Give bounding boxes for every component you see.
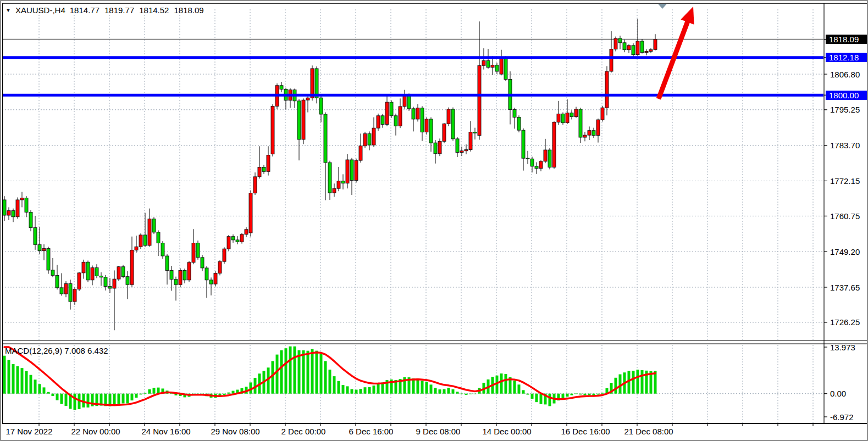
bull-candle-body	[73, 289, 76, 302]
bull-candle-body	[654, 40, 657, 50]
macd-histogram-bar	[47, 392, 50, 394]
bear-candle-body	[126, 277, 129, 285]
bull-candle-body	[271, 106, 274, 154]
object-anchor-triangle-icon[interactable]	[658, 4, 667, 9]
bull-candle-body	[447, 109, 450, 124]
bear-candle-body	[623, 43, 626, 50]
bear-candle-body	[201, 258, 204, 268]
macd-histogram-bar	[30, 375, 32, 394]
macd-histogram-bar	[505, 374, 507, 394]
bull-candle-body	[78, 273, 81, 289]
macd-histogram-bar	[272, 361, 274, 393]
macd-histogram-bar	[513, 381, 516, 394]
bear-candle-body	[183, 270, 186, 280]
bear-candle-body	[34, 227, 37, 244]
macd-histogram-bar	[452, 389, 455, 394]
bear-candle-body	[486, 60, 490, 67]
macd-histogram-bar	[289, 347, 292, 394]
bear-candle-body	[51, 270, 54, 276]
bull-candle-body	[588, 131, 591, 135]
bull-candle-body	[574, 109, 578, 116]
bear-candle-body	[421, 108, 424, 132]
time-axis-label: 16 Dec 16:00	[561, 427, 610, 436]
macd-histogram-bar	[360, 389, 362, 394]
bear-candle-body	[324, 114, 327, 163]
bull-candle-body	[223, 249, 226, 261]
bull-candle-body	[113, 279, 116, 288]
bear-candle-body	[3, 200, 6, 215]
trend-arrow-head[interactable]	[681, 7, 694, 25]
price-axis-label: 1772.15	[830, 176, 860, 186]
macd-histogram-bar	[113, 394, 116, 406]
price-axis-label: 1726.25	[830, 317, 860, 327]
bear-candle-body	[341, 181, 345, 183]
bear-candle-body	[157, 232, 160, 243]
macd-histogram-bar	[56, 394, 59, 400]
bull-candle-body	[425, 119, 428, 132]
bull-candle-body	[7, 211, 10, 215]
bear-candle-body	[69, 284, 72, 302]
macd-histogram-bar	[456, 392, 459, 393]
macd-histogram-bar	[153, 388, 156, 394]
bear-candle-body	[632, 46, 635, 55]
bull-candle-body	[245, 230, 248, 235]
chart-canvas[interactable]	[1, 1, 868, 441]
macd-histogram-bar	[500, 373, 503, 394]
macd-histogram-bar	[425, 382, 428, 394]
bull-candle-body	[306, 98, 309, 100]
bull-candle-body	[148, 219, 151, 245]
bull-candle-body	[460, 151, 463, 153]
macd-histogram-bar	[311, 349, 314, 394]
chevron-down-icon[interactable]: ▼	[5, 7, 11, 13]
macd-histogram-bar	[461, 394, 463, 394]
macd-histogram-bar	[148, 389, 151, 394]
bear-candle-body	[618, 38, 622, 43]
bear-candle-body	[412, 109, 415, 119]
bear-candle-body	[434, 143, 437, 154]
macd-histogram-bar	[16, 366, 19, 394]
macd-histogram-bar	[25, 371, 28, 394]
bear-candle-body	[328, 163, 331, 193]
bull-candle-body	[469, 132, 472, 149]
bull-candle-body	[359, 146, 362, 160]
bull-candle-body	[539, 161, 543, 169]
bull-candle-body	[20, 198, 24, 200]
ohlc-readout: 1814.771819.771814.521818.09	[70, 5, 209, 15]
macd-histogram-bar	[82, 394, 85, 407]
bear-candle-body	[350, 160, 353, 181]
bull-candle-body	[544, 150, 547, 161]
bull-candle-body	[227, 237, 230, 249]
bull-candle-body	[64, 284, 68, 294]
macd-histogram-bar	[122, 394, 125, 404]
macd-histogram-bar	[518, 384, 521, 394]
time-axis-label: 24 Nov 16:00	[141, 427, 190, 436]
macd-histogram-bar	[549, 394, 551, 406]
bull-candle-body	[214, 273, 217, 284]
macd-histogram-bar	[52, 394, 54, 396]
price-axis-label: 1795.25	[830, 105, 860, 114]
low-value: 1814.52	[139, 5, 169, 15]
price-axis-label: 1737.65	[830, 283, 860, 292]
bear-candle-body	[99, 276, 103, 277]
macd-histogram-bar	[522, 390, 525, 393]
bear-candle-body	[495, 65, 499, 71]
time-axis-label: 2 Dec 00:00	[281, 427, 326, 436]
bear-candle-body	[56, 275, 59, 287]
macd-histogram-bar	[38, 384, 41, 393]
bull-candle-body	[557, 114, 560, 122]
close-value: 1818.09	[174, 5, 203, 15]
macd-histogram-bar	[285, 348, 288, 394]
bear-candle-body	[152, 219, 156, 232]
macd-histogram-bar	[74, 394, 76, 410]
bull-candle-body	[187, 263, 191, 280]
macd-histogram-bar	[34, 379, 37, 393]
macd-histogram-bar	[465, 394, 468, 395]
macd-histogram-bar	[324, 361, 327, 393]
bull-candle-body	[240, 235, 244, 242]
bull-candle-body	[443, 124, 446, 141]
bear-candle-body	[522, 130, 525, 158]
bull-candle-body	[253, 177, 257, 193]
bear-candle-body	[319, 98, 323, 114]
bear-candle-body	[513, 110, 516, 118]
macd-histogram-bar	[223, 394, 226, 395]
